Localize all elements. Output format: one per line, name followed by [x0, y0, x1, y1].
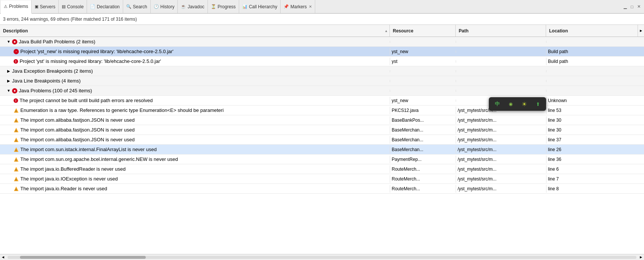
tab-call-hierarchy[interactable]: 📊 Call Hierarchy [239, 0, 281, 13]
path-text: /yst_mytest/src/m... [458, 176, 496, 182]
row-description-text: The import java.io.BufferedReader is nev… [20, 166, 125, 172]
toolbar-btn-1[interactable]: 中 [491, 99, 503, 109]
toolbar-btn-3[interactable]: ☀ [518, 99, 530, 109]
tab-history[interactable]: 🕐 History [151, 0, 178, 13]
location-text: line 7 [548, 176, 559, 182]
scroll-right-button[interactable]: ▶ [638, 254, 644, 260]
row-resource: PaymentRep... [390, 156, 456, 163]
tab-problems[interactable]: ⚠ Problems [1, 0, 32, 14]
tab-servers[interactable]: ▣ Servers [32, 0, 59, 13]
svg-text:!: ! [15, 178, 17, 182]
scroll-right-button[interactable]: ▶ [638, 29, 644, 32]
table-row[interactable]: ! Enumeration is a raw type. References … [0, 106, 644, 115]
row-description: ▼ ● Java Build Path Problems (2 items) [0, 38, 390, 46]
svg-text:!: ! [15, 188, 17, 191]
scrollbar-track[interactable] [8, 256, 636, 259]
row-location: line 30 [546, 126, 644, 134]
svg-text:!: ! [15, 139, 17, 142]
servers-icon: ▣ [35, 4, 38, 9]
table-row[interactable]: Project 'yst_new' is missing required li… [0, 47, 644, 57]
expand-icon[interactable]: ▼ [6, 39, 11, 44]
table-row[interactable]: ! The import com.sun.org.apache.bcel.int… [0, 154, 644, 164]
table-row[interactable]: ! The import java.io.Reader is never use… [0, 184, 644, 194]
tab-declaration[interactable]: 📄 Declaration [87, 0, 123, 13]
col-location[interactable]: Location [546, 25, 638, 37]
path-text: /yst_mytest/src/m... [458, 186, 496, 191]
problems-icon: ⚠ [4, 4, 8, 9]
row-location [546, 70, 644, 72]
resource-text: RouteMerch... [392, 167, 420, 172]
summary-bar: 3 errors, 244 warnings, 69 others (Filte… [0, 14, 644, 25]
resource-text: yst_new [392, 49, 408, 54]
col-description-label: Description [3, 28, 28, 34]
tab-markers[interactable]: 📌 Markers ✕ [281, 0, 315, 13]
floating-toolbar: 中 ◉ ☀ ⬆ [489, 97, 546, 111]
table-row[interactable]: ! The import com.alibaba.fastjson.JSON i… [0, 135, 644, 145]
resource-text: RouteMerch... [392, 186, 420, 191]
toolbar-btn-2[interactable]: ◉ [505, 99, 517, 109]
row-description: ! The import java.io.IOException is neve… [0, 175, 390, 183]
table-row[interactable]: ! The import java.io.IOException is neve… [0, 174, 644, 184]
expand-icon[interactable]: ▼ [6, 88, 11, 93]
row-description-text: Java Exception Breakpoints (2 items) [12, 68, 93, 74]
row-location: line 53 [546, 107, 644, 114]
table-row[interactable]: ▼ ● Java Problems (100 of 245 items) [0, 86, 644, 96]
row-path [456, 50, 546, 53]
row-resource: yst [390, 58, 456, 65]
row-path [456, 80, 546, 82]
tab-search[interactable]: 🔍 Search [123, 0, 151, 13]
resource-text: PKCS12.java [392, 108, 418, 113]
table-row[interactable]: ▶ Java Exception Breakpoints (2 items) [0, 66, 644, 76]
col-description[interactable]: Description ▲ [0, 25, 390, 37]
tab-progress-label: Progress [218, 4, 236, 9]
row-description: ! The project cannot be built until buil… [0, 96, 390, 104]
location-text: line 26 [548, 147, 561, 152]
tab-console[interactable]: ▤ Console [59, 0, 87, 13]
table-row[interactable]: ! Project 'yst' is missing required libr… [0, 57, 644, 66]
col-path[interactable]: Path [456, 25, 546, 37]
resource-text: BaseMerchan... [392, 127, 423, 133]
tab-search-label: Search [133, 4, 147, 9]
expand-icon[interactable]: ▶ [6, 78, 11, 84]
console-icon: ▤ [62, 4, 66, 9]
table-row[interactable]: ▼ ● Java Build Path Problems (2 items) [0, 37, 644, 47]
location-text: line 37 [548, 137, 561, 142]
col-resource[interactable]: Resource [390, 25, 456, 37]
markers-icon: 📌 [284, 4, 289, 9]
close-view-button[interactable]: ✕ [636, 4, 642, 10]
tab-declaration-label: Declaration [97, 4, 120, 9]
expand-icon[interactable]: ▶ [6, 69, 11, 74]
row-location: line 7 [546, 175, 644, 183]
row-description: ! The import com.alibaba.fastjson.JSON i… [0, 116, 390, 124]
scrollbar-thumb[interactable] [20, 256, 146, 259]
row-description: ! The import com.sun.org.apache.bcel.int… [0, 155, 390, 163]
table-row[interactable]: ! The import com.alibaba.fastjson.JSON i… [0, 125, 644, 135]
tab-javadoc[interactable]: ☕ Javadoc [178, 0, 208, 13]
table-row[interactable]: ! The import com.alibaba.fastjson.JSON i… [0, 115, 644, 125]
table-row[interactable]: ! The project cannot be built until buil… [0, 96, 644, 106]
row-resource [390, 41, 456, 43]
table-row[interactable]: ▶ Java Line Breakpoints (4 items) [0, 76, 644, 86]
tab-bar-controls: ▁ □ ✕ [622, 4, 643, 10]
toolbar-btn-4[interactable]: ⬆ [532, 99, 544, 109]
col-location-label: Location [549, 28, 568, 34]
location-text: Build path [548, 59, 568, 64]
table-row[interactable]: ! The import com.sun.istack.internal.Fin… [0, 145, 644, 154]
row-resource: yst_new [390, 48, 456, 55]
scroll-left-button[interactable]: ◀ [0, 254, 6, 260]
minimize-button[interactable]: ▁ [622, 4, 628, 10]
tab-progress[interactable]: ⏳ Progress [208, 0, 239, 13]
row-location: line 30 [546, 116, 644, 124]
horizontal-scrollbar[interactable]: ◀ ▶ [0, 254, 644, 260]
row-resource [390, 80, 456, 82]
maximize-button[interactable]: □ [629, 4, 635, 10]
row-location [546, 41, 644, 43]
table-row[interactable]: ! The import java.io.BufferedReader is n… [0, 164, 644, 174]
row-resource: BaseMerchan... [390, 136, 456, 144]
row-description-text: The import com.alibaba.fastjson.JSON is … [20, 117, 134, 123]
warning-icon: ! [14, 118, 19, 123]
markers-close-icon[interactable]: ✕ [309, 5, 312, 9]
row-resource [390, 90, 456, 92]
history-icon: 🕐 [154, 4, 159, 9]
error-badge-icon: ● [12, 88, 17, 93]
